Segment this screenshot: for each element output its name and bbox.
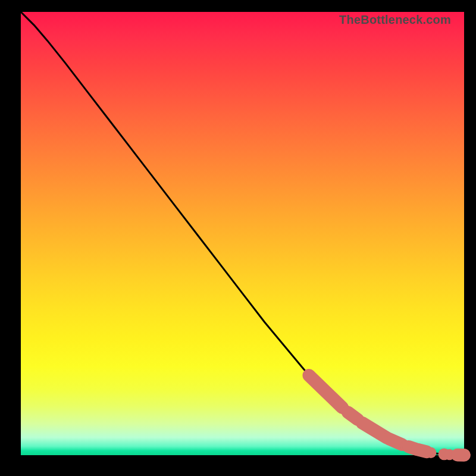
data-segment bbox=[348, 412, 358, 419]
data-segment bbox=[418, 450, 427, 452]
data-segment bbox=[389, 439, 402, 444]
data-segment bbox=[362, 423, 387, 438]
chart-svg bbox=[21, 12, 464, 455]
marker-layer bbox=[309, 375, 464, 460]
data-point bbox=[425, 447, 436, 458]
data-segment bbox=[309, 375, 342, 408]
plot-area: TheBottleneck.com bbox=[21, 12, 464, 455]
chart-frame: TheBottleneck.com bbox=[0, 0, 476, 476]
curve-line bbox=[21, 12, 464, 455]
